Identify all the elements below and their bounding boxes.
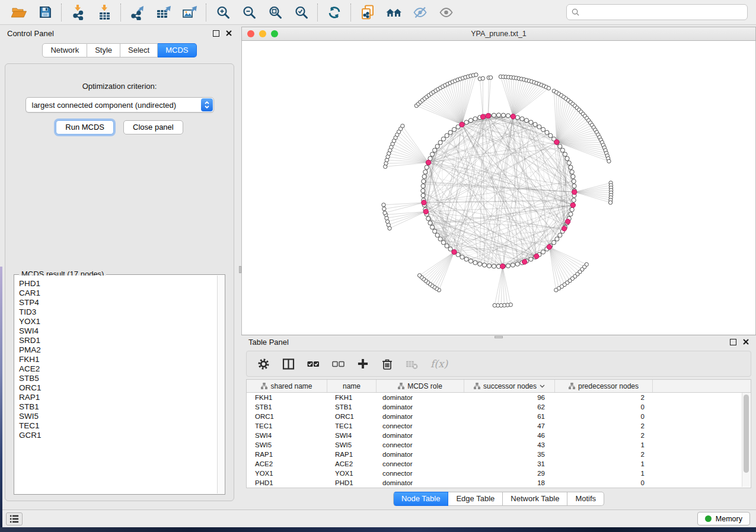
table-row[interactable]: PHD1PHD1dominator180: [247, 478, 751, 488]
table-row[interactable]: SWI4SWI4dominator462: [247, 431, 751, 440]
zoom-out-button[interactable]: [236, 2, 262, 23]
mcds-list-scrollbar[interactable]: [217, 275, 224, 493]
mcds-result-item[interactable]: CAR1: [19, 289, 217, 298]
tree-icon: [474, 383, 480, 389]
duplicate-network-button[interactable]: [355, 2, 381, 23]
column-header-successor-nodes[interactable]: successor nodes: [464, 380, 555, 392]
mcds-result-item[interactable]: STB1: [19, 402, 217, 412]
table-row[interactable]: ACE2ACE2connector311: [247, 459, 751, 469]
column-label: successor nodes: [483, 382, 537, 390]
column-header-predecessor-nodes[interactable]: predecessor nodes: [555, 380, 653, 392]
memory-button[interactable]: Memory: [697, 512, 750, 525]
export-network-button[interactable]: [125, 2, 151, 23]
mcds-result-item[interactable]: FKH1: [19, 355, 217, 364]
table-row[interactable]: STB1STB1dominator620: [247, 402, 751, 412]
tab-network[interactable]: Network: [42, 43, 87, 57]
memory-status-icon: [705, 515, 712, 522]
table-row[interactable]: TEC1TEC1connector472: [247, 421, 751, 431]
network-view[interactable]: [241, 41, 756, 335]
table-settings-button[interactable]: [257, 358, 270, 370]
table-header-row: shared namenameMCDS rolesuccessor nodesp…: [247, 380, 751, 393]
mcds-result-item[interactable]: TEC1: [19, 421, 217, 431]
import-table-button[interactable]: [91, 2, 117, 23]
first-neighbors-button[interactable]: [381, 2, 407, 23]
export-image-button[interactable]: [177, 2, 203, 23]
delete-column-button[interactable]: [381, 358, 393, 370]
tab-node-table[interactable]: Node Table: [393, 492, 449, 506]
zoom-selected-button[interactable]: [288, 2, 314, 23]
table-cell: PHD1: [247, 479, 327, 486]
table-cell: 43: [464, 441, 555, 448]
close-panel-button[interactable]: Close panel: [123, 120, 183, 134]
import-network-button[interactable]: [65, 2, 91, 23]
table-row[interactable]: FKH1FKH1dominator962: [247, 393, 751, 402]
zoom-in-button[interactable]: [210, 2, 236, 23]
table-row[interactable]: ORC1ORC1dominator610: [247, 412, 751, 421]
column-header-MCDS-role[interactable]: MCDS role: [377, 380, 464, 392]
table-row[interactable]: SWI5SWI5connector431: [247, 440, 751, 450]
function-builder-button[interactable]: f(x): [430, 358, 448, 370]
search-icon: [572, 8, 579, 16]
network-graph[interactable]: [242, 41, 755, 335]
delete-table-button[interactable]: [406, 358, 418, 370]
mcds-result-item[interactable]: SRD1: [19, 336, 217, 345]
network-window-titlebar[interactable]: YPA_prune.txt_1: [241, 27, 756, 41]
zoom-fit-button[interactable]: [262, 2, 288, 23]
table-row[interactable]: RAP1RAP1dominator352: [247, 450, 751, 459]
mcds-result-list[interactable]: PHD1CAR1STP4TID3YOX1SWI4SRD1PMA2FKH1ACE2…: [15, 275, 217, 493]
table-row[interactable]: YOX1YOX1connector291: [247, 469, 751, 478]
tab-motifs[interactable]: Motifs: [567, 492, 604, 506]
mcds-result-item[interactable]: STP4: [19, 298, 217, 307]
search-input[interactable]: [583, 7, 742, 17]
deselect-all-button[interactable]: [332, 358, 344, 370]
show-column-panel-button[interactable]: [282, 358, 295, 370]
run-mcds-button[interactable]: Run MCDS: [56, 120, 114, 134]
export-table-button[interactable]: [151, 2, 177, 23]
table-cell: SWI5: [327, 441, 377, 448]
column-header-name[interactable]: name: [327, 380, 377, 392]
tab-edge-table[interactable]: Edge Table: [448, 492, 503, 506]
tab-style[interactable]: Style: [87, 43, 120, 57]
table-cell: STB1: [327, 403, 377, 411]
table-scrollbar[interactable]: [742, 393, 750, 487]
tree-icon: [398, 383, 404, 389]
horizontal-splitter-grip[interactable]: [495, 336, 503, 338]
add-column-button[interactable]: [357, 358, 369, 370]
table-cell: dominator: [377, 451, 464, 458]
save-session-button[interactable]: [32, 2, 58, 23]
scrollbar-thumb[interactable]: [744, 395, 749, 473]
float-panel-icon[interactable]: [730, 339, 736, 345]
mcds-result-item[interactable]: ORC1: [19, 383, 217, 393]
criterion-value: largest connected component (undirected): [26, 101, 200, 110]
mcds-result-item[interactable]: TID3: [19, 307, 217, 317]
close-panel-icon[interactable]: [226, 30, 232, 36]
mcds-result-item[interactable]: ACE2: [19, 364, 217, 374]
tab-network-table[interactable]: Network Table: [503, 492, 567, 506]
export-table-icon: [156, 5, 171, 20]
mcds-result-item[interactable]: RAP1: [19, 393, 217, 402]
mcds-result-item[interactable]: PHD1: [19, 279, 217, 289]
table-panel-title: Table Panel: [248, 338, 289, 347]
close-window-icon[interactable]: [247, 30, 254, 37]
task-history-button[interactable]: [6, 512, 23, 525]
mcds-result-item[interactable]: GCR1: [19, 431, 217, 440]
mcds-result-item[interactable]: STB5: [19, 374, 217, 383]
mcds-result-item[interactable]: YOX1: [19, 317, 217, 326]
column-header-shared-name[interactable]: shared name: [247, 380, 327, 392]
mcds-result-item[interactable]: PMA2: [19, 345, 217, 355]
maximize-window-icon[interactable]: [271, 30, 278, 37]
select-all-button[interactable]: [307, 358, 320, 370]
minimize-window-icon[interactable]: [259, 30, 266, 37]
tab-select[interactable]: Select: [120, 43, 158, 57]
mcds-result-item[interactable]: SWI4: [19, 326, 217, 336]
mcds-tab-content: Optimization criterion: largest connecte…: [5, 63, 234, 501]
open-file-button[interactable]: [6, 2, 32, 23]
refresh-view-button[interactable]: [321, 2, 347, 23]
show-all-button[interactable]: [433, 2, 459, 23]
optimization-criterion-select[interactable]: largest connected component (undirected): [25, 97, 214, 113]
float-panel-icon[interactable]: [213, 30, 219, 37]
mcds-result-item[interactable]: SWI5: [19, 412, 217, 421]
close-panel-icon[interactable]: [743, 339, 749, 345]
tab-mcds[interactable]: MCDS: [158, 43, 196, 57]
hide-selected-button[interactable]: [407, 2, 433, 23]
